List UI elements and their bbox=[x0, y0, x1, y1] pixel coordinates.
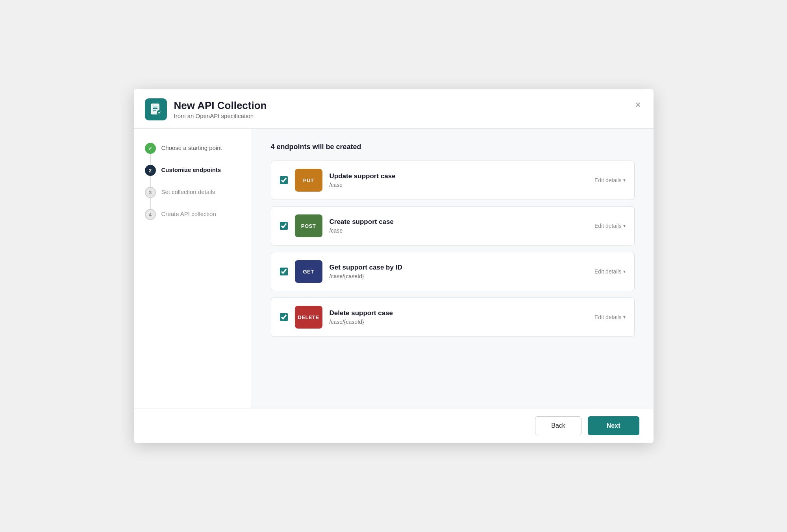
back-button[interactable]: Back bbox=[535, 416, 581, 435]
modal-subtitle: from an OpenAPI specification bbox=[174, 113, 267, 119]
endpoint-checkbox-2[interactable] bbox=[280, 222, 288, 230]
modal-body: ✓ Choose a starting point 2 Customize en… bbox=[134, 129, 654, 408]
header-text: New API Collection from an OpenAPI speci… bbox=[174, 100, 267, 119]
edit-details-button-2[interactable]: Edit details ▾ bbox=[594, 223, 625, 229]
svg-point-5 bbox=[157, 110, 161, 115]
step-indicator-2: 2 bbox=[145, 165, 156, 176]
endpoint-checkbox-4[interactable] bbox=[280, 313, 288, 321]
step-connector-2 bbox=[150, 176, 151, 187]
endpoint-path-3: /case/{caseId} bbox=[330, 273, 588, 279]
edit-details-button-3[interactable]: Edit details ▾ bbox=[594, 268, 625, 275]
section-title: 4 endpoints will be created bbox=[271, 143, 635, 151]
new-api-collection-modal: New API Collection from an OpenAPI speci… bbox=[134, 89, 654, 443]
main-content: 4 endpoints will be created PUT Update s… bbox=[252, 129, 654, 408]
step-item-3: 3 Set collection details bbox=[145, 187, 241, 198]
step-item-4: 4 Create API collection bbox=[145, 209, 241, 220]
api-icon bbox=[145, 98, 167, 120]
endpoint-checkbox-1[interactable] bbox=[280, 176, 288, 184]
endpoint-path-1: /case bbox=[330, 182, 588, 188]
method-badge-get: GET bbox=[295, 260, 322, 283]
endpoint-info-1: Update support case /case bbox=[330, 172, 588, 188]
sidebar: ✓ Choose a starting point 2 Customize en… bbox=[134, 129, 252, 408]
edit-details-button-4[interactable]: Edit details ▾ bbox=[594, 314, 625, 320]
step-indicator-1: ✓ bbox=[145, 143, 156, 154]
step-label-1: Choose a starting point bbox=[161, 143, 222, 151]
endpoint-checkbox-3[interactable] bbox=[280, 268, 288, 275]
method-badge-delete: DELETE bbox=[295, 306, 322, 329]
endpoint-name-3: Get support case by ID bbox=[330, 264, 588, 272]
step-indicator-3: 3 bbox=[145, 187, 156, 198]
edit-details-button-1[interactable]: Edit details ▾ bbox=[594, 177, 625, 183]
endpoint-card-2: POST Create support case /case Edit deta… bbox=[271, 206, 635, 246]
step-connector-1 bbox=[150, 154, 151, 165]
step-label-2: Customize endpoints bbox=[161, 165, 221, 173]
step-item-2: 2 Customize endpoints bbox=[145, 165, 241, 176]
method-badge-put: PUT bbox=[295, 169, 322, 192]
step-label-3: Set collection details bbox=[161, 187, 215, 195]
chevron-down-icon-4: ▾ bbox=[623, 314, 626, 320]
endpoint-card-3: GET Get support case by ID /case/{caseId… bbox=[271, 252, 635, 291]
chevron-down-icon-2: ▾ bbox=[623, 223, 626, 229]
endpoint-info-3: Get support case by ID /case/{caseId} bbox=[330, 264, 588, 279]
chevron-down-icon-3: ▾ bbox=[623, 269, 626, 274]
method-badge-post: POST bbox=[295, 214, 322, 237]
modal-header: New API Collection from an OpenAPI speci… bbox=[134, 89, 654, 129]
step-label-4: Create API collection bbox=[161, 209, 216, 217]
endpoint-name-2: Create support case bbox=[330, 218, 588, 226]
endpoint-path-4: /case/{caseId} bbox=[330, 319, 588, 325]
close-button[interactable]: × bbox=[633, 98, 642, 111]
next-button[interactable]: Next bbox=[588, 416, 639, 435]
endpoint-name-4: Delete support case bbox=[330, 309, 588, 317]
step-indicator-4: 4 bbox=[145, 209, 156, 220]
endpoint-card-1: PUT Update support case /case Edit detai… bbox=[271, 161, 635, 200]
endpoint-info-2: Create support case /case bbox=[330, 218, 588, 234]
endpoint-name-1: Update support case bbox=[330, 172, 588, 180]
endpoint-info-4: Delete support case /case/{caseId} bbox=[330, 309, 588, 325]
modal-title: New API Collection bbox=[174, 100, 267, 112]
endpoint-path-2: /case bbox=[330, 227, 588, 234]
step-item-1: ✓ Choose a starting point bbox=[145, 143, 241, 154]
step-list: ✓ Choose a starting point 2 Customize en… bbox=[145, 143, 241, 220]
step-connector-3 bbox=[150, 198, 151, 209]
modal-footer: Back Next bbox=[134, 408, 654, 443]
endpoint-card-4: DELETE Delete support case /case/{caseId… bbox=[271, 297, 635, 337]
chevron-down-icon-1: ▾ bbox=[623, 177, 626, 183]
